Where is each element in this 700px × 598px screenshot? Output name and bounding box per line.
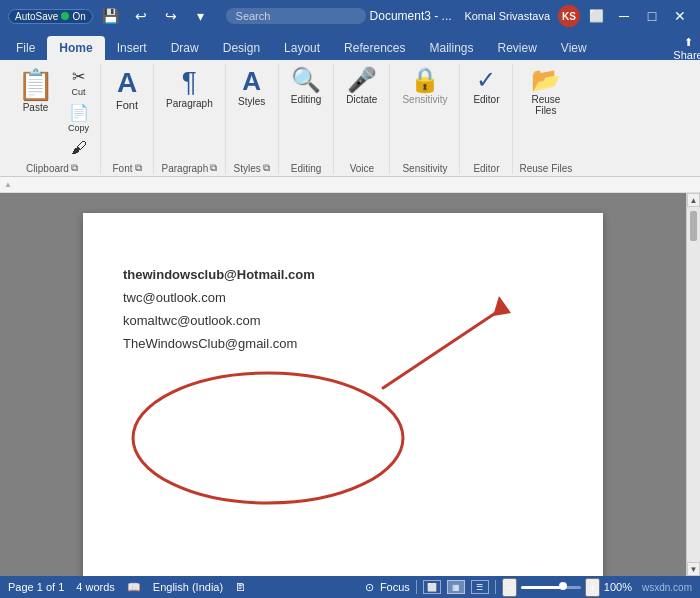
- proofing-icon[interactable]: 📖: [127, 581, 141, 594]
- email-entry-2: twc@outlook.com: [123, 286, 563, 309]
- zoom-slider[interactable]: [521, 586, 581, 589]
- redo-button[interactable]: ↪: [159, 4, 183, 28]
- paragraph-button[interactable]: ¶ Paragraph: [160, 64, 219, 113]
- titlebar-right: Komal Srivastava KS ⬜ ─ □ ✕: [464, 4, 692, 28]
- scroll-down-button[interactable]: ▼: [687, 562, 700, 576]
- document-title: Document3 - ...: [370, 9, 452, 23]
- editing-label-group: Editing: [291, 163, 322, 174]
- ribbon-group-clipboard: 📋 Paste ✂ Cut 📄 Copy 🖌 Clipboard ⧉: [4, 64, 101, 174]
- tab-design[interactable]: Design: [211, 36, 272, 60]
- tab-mailings[interactable]: Mailings: [417, 36, 485, 60]
- undo-button[interactable]: ↩: [129, 4, 153, 28]
- ribbon-group-editor: ✓ Editor Editor: [460, 64, 513, 174]
- font-label: Font: [116, 99, 138, 111]
- ribbon-group-voice: 🎤 Dictate Voice: [334, 64, 390, 174]
- reuse-files-button[interactable]: 📂 ReuseFiles: [525, 64, 567, 120]
- ribbon-display-button[interactable]: ⬜: [584, 4, 608, 28]
- svg-point-0: [133, 373, 403, 503]
- clipboard-expand-icon[interactable]: ⧉: [71, 162, 78, 174]
- zoom-control: － ＋ 100%: [502, 578, 632, 597]
- copy-icon: 📄: [69, 103, 89, 122]
- format-painter-button[interactable]: 🖌: [63, 136, 94, 160]
- copy-label: Copy: [68, 123, 89, 133]
- focus-icon[interactable]: ⊙: [365, 581, 374, 594]
- font-expand-icon[interactable]: ⧉: [135, 162, 142, 174]
- word-count[interactable]: 4 words: [76, 581, 115, 593]
- share-button[interactable]: ⬆ Share: [676, 36, 700, 60]
- title-search-input[interactable]: [226, 8, 366, 24]
- autosave-toggle-indicator: [61, 12, 69, 20]
- maximize-button[interactable]: □: [640, 4, 664, 28]
- editor-button[interactable]: ✓ Editor: [466, 64, 506, 109]
- paragraph-label: Paragraph: [166, 98, 213, 109]
- editor-content: ✓ Editor: [466, 64, 506, 161]
- editing-button[interactable]: 🔍 Editing: [285, 64, 328, 109]
- dictate-button[interactable]: 🎤 Dictate: [340, 64, 383, 109]
- ruler: ▲: [0, 177, 700, 193]
- read-view-button[interactable]: ☰: [471, 580, 489, 594]
- sensitivity-button[interactable]: 🔒 Sensitivity: [396, 64, 453, 109]
- autosave-state: On: [72, 11, 85, 22]
- save-button[interactable]: 💾: [99, 4, 123, 28]
- styles-label: Styles: [238, 96, 265, 107]
- reuse-files-label: Reuse Files: [519, 163, 572, 174]
- language[interactable]: English (India): [153, 581, 223, 593]
- zoom-in-button[interactable]: ＋: [585, 578, 600, 597]
- tab-file[interactable]: File: [4, 36, 47, 60]
- focus-label[interactable]: Focus: [380, 581, 410, 593]
- tab-references[interactable]: References: [332, 36, 417, 60]
- cut-button[interactable]: ✂ Cut: [63, 64, 94, 100]
- user-avatar[interactable]: KS: [558, 5, 580, 27]
- font-label-group: Font ⧉: [113, 162, 142, 174]
- clipboard-small-buttons: ✂ Cut 📄 Copy 🖌: [63, 64, 94, 160]
- paragraph-expand-icon[interactable]: ⧉: [210, 162, 217, 174]
- zoom-handle: [559, 582, 567, 590]
- scroll-thumb[interactable]: [690, 211, 697, 241]
- zoom-percent[interactable]: 100%: [604, 581, 632, 593]
- zoom-fill: [521, 586, 563, 589]
- document-content: thewindowsclub@Hotmail.com twc@outlook.c…: [0, 193, 686, 576]
- paragraph-icon: ¶: [182, 68, 197, 96]
- ribbon-group-reuse-files: 📂 ReuseFiles Reuse Files: [513, 64, 578, 174]
- font-button[interactable]: A Font: [107, 64, 147, 116]
- cut-label: Cut: [72, 87, 86, 97]
- copy-button[interactable]: 📄 Copy: [63, 100, 94, 136]
- editing-icon: 🔍: [291, 68, 321, 92]
- tab-draw[interactable]: Draw: [159, 36, 211, 60]
- tab-view[interactable]: View: [549, 36, 599, 60]
- statusbar-divider: [416, 580, 417, 594]
- statusbar-divider-2: [495, 580, 496, 594]
- zoom-out-button[interactable]: －: [502, 578, 517, 597]
- ribbon-group-editing: 🔍 Editing Editing: [279, 64, 335, 174]
- editing-label: Editing: [291, 94, 322, 105]
- page-info[interactable]: Page 1 of 1: [8, 581, 64, 593]
- customize-qat-button[interactable]: ▾: [189, 4, 213, 28]
- tab-layout[interactable]: Layout: [272, 36, 332, 60]
- document-area: thewindowsclub@Hotmail.com twc@outlook.c…: [0, 193, 700, 576]
- sensitivity-content: 🔒 Sensitivity: [396, 64, 453, 161]
- tab-review[interactable]: Review: [486, 36, 549, 60]
- autosave-toggle[interactable]: AutoSave On: [8, 9, 93, 24]
- dictate-icon: 🎤: [347, 68, 377, 92]
- sensitivity-icon: 🔒: [410, 68, 440, 92]
- styles-expand-icon[interactable]: ⧉: [263, 162, 270, 174]
- tab-insert[interactable]: Insert: [105, 36, 159, 60]
- paragraph-label-group: Paragraph ⧉: [162, 162, 218, 174]
- close-button[interactable]: ✕: [668, 4, 692, 28]
- web-layout-button[interactable]: ▦: [447, 580, 465, 594]
- styles-button[interactable]: A Styles: [232, 64, 272, 111]
- styles-content: A Styles: [232, 64, 272, 160]
- tab-home[interactable]: Home: [47, 36, 104, 60]
- ribbon-group-font: A Font Font ⧉: [101, 64, 154, 174]
- scroll-up-button[interactable]: ▲: [687, 193, 700, 207]
- paste-button[interactable]: 📋 Paste: [10, 64, 61, 116]
- accessibility-icon[interactable]: 🖹: [235, 581, 246, 593]
- ribbon-toolbar: 📋 Paste ✂ Cut 📄 Copy 🖌 Clipboard ⧉: [0, 60, 700, 177]
- ribbon-group-styles: A Styles Styles ⧉: [226, 64, 279, 174]
- email-entry-3: komaltwc@outlook.com: [123, 309, 563, 332]
- sensitivity-label-group: Sensitivity: [402, 163, 447, 174]
- ribbon-group-sensitivity: 🔒 Sensitivity Sensitivity: [390, 64, 460, 174]
- statusbar: Page 1 of 1 4 words 📖 English (India) 🖹 …: [0, 576, 700, 598]
- print-layout-button[interactable]: ⬜: [423, 580, 441, 594]
- minimize-button[interactable]: ─: [612, 4, 636, 28]
